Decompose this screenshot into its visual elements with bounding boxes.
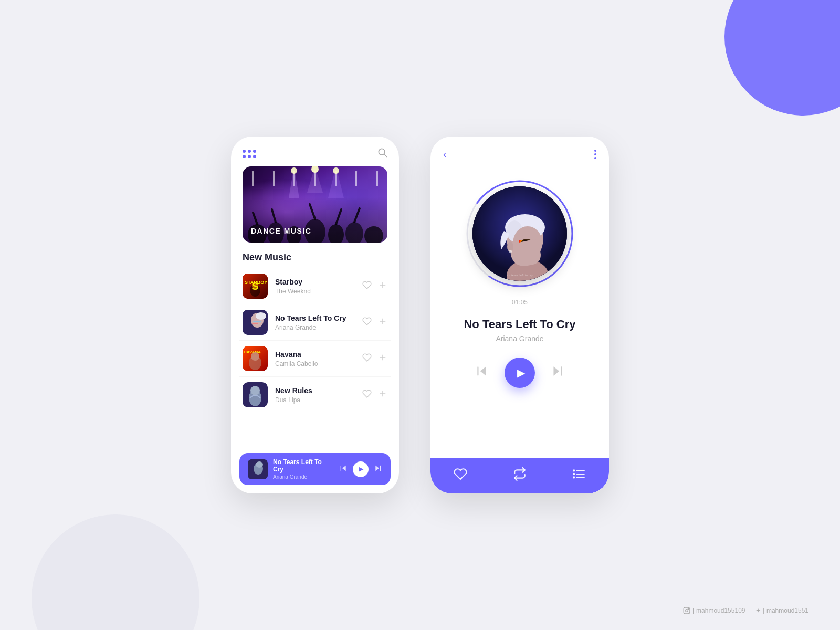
np-controls: ▶ bbox=[339, 461, 382, 477]
svg-point-24 bbox=[252, 283, 258, 289]
svg-rect-30 bbox=[253, 321, 261, 322]
add-icon-notears[interactable] bbox=[378, 317, 387, 328]
player-play-button[interactable]: ▶ bbox=[505, 358, 535, 388]
song-item-havana[interactable]: HAVANA Havana Camila Cabello bbox=[239, 341, 391, 377]
np-next-button[interactable] bbox=[374, 464, 382, 474]
section-title-new-music: New Music bbox=[231, 243, 399, 268]
song-details: No Tears Left To Cry Ariana Grande bbox=[430, 311, 609, 347]
song-thumb-notears bbox=[243, 310, 268, 335]
song-title-starboy: Starboy bbox=[275, 278, 355, 286]
search-icon[interactable] bbox=[377, 147, 387, 160]
back-button[interactable]: ‹ bbox=[443, 148, 447, 160]
song-thumb-havana: HAVANA bbox=[243, 346, 268, 371]
progress-ring-wrapper: No tears left to cry bbox=[462, 176, 578, 291]
np-prev-button[interactable] bbox=[339, 464, 348, 474]
svg-point-77 bbox=[573, 474, 574, 475]
svg-marker-51 bbox=[375, 466, 379, 471]
np-song-artist: Ariana Grande bbox=[273, 474, 334, 480]
player-next-button[interactable] bbox=[551, 364, 564, 381]
add-icon-newrules[interactable] bbox=[378, 389, 387, 401]
svg-point-81 bbox=[688, 608, 689, 610]
np-song-title: No Tears Left To Cry bbox=[273, 458, 334, 473]
instagram-credit: | mahmoud155109 bbox=[683, 607, 746, 614]
np-song-info: No Tears Left To Cry Ariana Grande bbox=[273, 458, 334, 480]
song-info-notears: No Tears Left To Cry Ariana Grande bbox=[275, 314, 355, 331]
song-artist-newrules: Dua Lipa bbox=[275, 396, 355, 404]
svg-point-76 bbox=[573, 470, 574, 471]
player-controls: ▶ bbox=[430, 347, 609, 396]
svg-point-78 bbox=[573, 477, 574, 478]
left-phone-header bbox=[231, 136, 399, 166]
svg-rect-31 bbox=[252, 323, 258, 324]
song-title-havana: Havana bbox=[275, 350, 355, 359]
song-thumb-starboy: STARBOY bbox=[243, 274, 268, 299]
np-play-button[interactable]: ▶ bbox=[353, 461, 369, 477]
time-display: 01:05 bbox=[512, 299, 528, 306]
more-options-button[interactable] bbox=[594, 150, 596, 159]
footer-credits: | mahmoud155109 ✦ | mahmoud1551 bbox=[683, 607, 808, 614]
song-actions-notears bbox=[362, 317, 387, 328]
like-icon-notears[interactable] bbox=[362, 317, 372, 328]
song-actions-starboy bbox=[362, 280, 387, 292]
svg-rect-20 bbox=[243, 274, 268, 299]
album-art-figure bbox=[472, 186, 567, 281]
banner[interactable]: DANCE MUSIC bbox=[243, 166, 387, 243]
newrules-art bbox=[243, 382, 268, 407]
svg-point-23 bbox=[250, 284, 260, 297]
song-artist-starboy: The Weeknd bbox=[275, 288, 355, 295]
queue-icon[interactable] bbox=[572, 467, 586, 484]
album-art: No tears left to cry bbox=[472, 186, 567, 281]
song-title-newrules: New Rules bbox=[275, 386, 355, 395]
svg-point-29 bbox=[256, 312, 266, 320]
song-artist-notears: Ariana Grande bbox=[275, 324, 355, 331]
song-actions-newrules bbox=[362, 389, 387, 401]
like-icon-starboy[interactable] bbox=[362, 280, 372, 292]
like-icon-newrules[interactable] bbox=[362, 389, 372, 401]
svg-line-1 bbox=[384, 154, 387, 157]
song-info-newrules: New Rules Dua Lipa bbox=[275, 386, 355, 404]
phone-left: DANCE MUSIC New Music STARBOY Starboy Th… bbox=[231, 136, 399, 494]
np-thumbnail bbox=[248, 459, 268, 479]
menu-dots-icon[interactable] bbox=[243, 150, 256, 158]
song-title-notears: No Tears Left To Cry bbox=[275, 314, 355, 322]
svg-rect-21 bbox=[243, 274, 268, 299]
svg-marker-69 bbox=[480, 366, 486, 375]
np-thumb-art bbox=[248, 459, 268, 479]
player-song-artist: Ariana Grande bbox=[443, 334, 596, 343]
player-prev-button[interactable] bbox=[475, 364, 489, 381]
svg-point-68 bbox=[509, 250, 512, 253]
player-bottom-bar bbox=[430, 458, 609, 494]
repeat-icon[interactable] bbox=[513, 467, 527, 484]
song-item-newrules[interactable]: New Rules Dua Lipa bbox=[239, 377, 391, 413]
svg-point-48 bbox=[256, 461, 263, 468]
song-artist-havana: Camila Cabello bbox=[275, 360, 355, 368]
add-icon-havana[interactable] bbox=[378, 353, 387, 364]
now-playing-bar[interactable]: No Tears Left To Cry Ariana Grande ▶ bbox=[239, 453, 391, 485]
bg-decoration-bottom-left bbox=[32, 514, 200, 630]
song-item-notears[interactable]: No Tears Left To Cry Ariana Grande bbox=[239, 304, 391, 341]
player-header: ‹ bbox=[430, 136, 609, 165]
bg-decoration-top-right bbox=[724, 0, 840, 116]
song-info-starboy: Starboy The Weeknd bbox=[275, 278, 355, 295]
svg-point-80 bbox=[686, 610, 688, 612]
song-actions-havana bbox=[362, 353, 387, 364]
svg-marker-49 bbox=[342, 466, 346, 471]
svg-point-43 bbox=[250, 386, 260, 395]
album-subtitle: No tears left to cry bbox=[472, 274, 567, 277]
svg-marker-71 bbox=[553, 366, 559, 375]
like-icon-havana[interactable] bbox=[362, 353, 372, 364]
behance-credit: ✦ | mahmoud1551 bbox=[755, 607, 808, 614]
heart-icon[interactable] bbox=[454, 467, 467, 484]
song-item-starboy[interactable]: STARBOY Starboy The Weeknd bbox=[239, 268, 391, 304]
svg-point-38 bbox=[251, 352, 259, 361]
svg-text:STARBOY: STARBOY bbox=[245, 280, 267, 285]
starboy-art: STARBOY bbox=[243, 274, 268, 299]
song-thumb-newrules bbox=[243, 382, 268, 407]
banner-title: DANCE MUSIC bbox=[251, 227, 311, 235]
phone-right: ‹ bbox=[430, 136, 609, 494]
havana-art: HAVANA bbox=[243, 346, 268, 371]
song-list: STARBOY Starboy The Weeknd bbox=[231, 268, 399, 413]
song-info-havana: Havana Camila Cabello bbox=[275, 350, 355, 368]
add-icon-starboy[interactable] bbox=[378, 280, 387, 292]
album-art-container: No tears left to cry 01:05 bbox=[430, 165, 609, 311]
